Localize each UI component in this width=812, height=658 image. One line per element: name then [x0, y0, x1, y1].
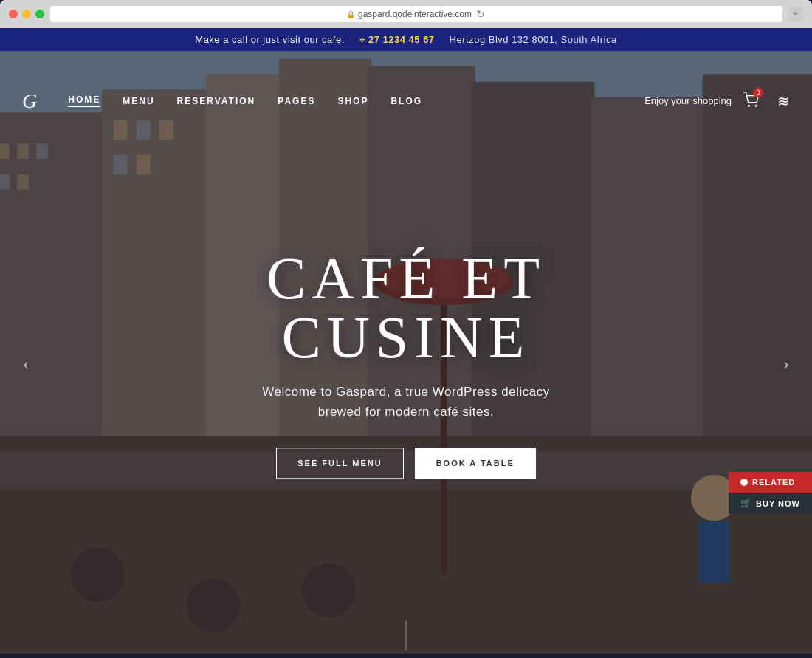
address-bar[interactable]: 🔒 gaspard.qodeinteractive.com ↻ [50, 6, 782, 22]
cart-count: 0 [753, 87, 763, 97]
side-panel: RELATED 🛒 BUY NOW [729, 472, 812, 514]
new-tab-button[interactable]: + [788, 7, 803, 21]
enjoy-shopping-text: Enjoy your shopping [644, 95, 732, 106]
call-text: Make a call or just visit our cafe: [195, 34, 344, 45]
nav-item-shop[interactable]: SHOP [337, 96, 368, 106]
traffic-lights [9, 10, 44, 18]
site-logo[interactable]: G [22, 89, 38, 113]
related-dot-icon [740, 479, 748, 486]
main-navigation: G HOME MENU RESERVATION PAGES SHOP BLOG … [0, 77, 812, 125]
url-text: gaspard.qodeinteractive.com [358, 9, 472, 19]
book-a-table-button[interactable]: BOOK A TABLE [415, 448, 536, 479]
related-label: RELATED [752, 478, 795, 487]
hero-title: CAFÉ ET CUSINE [148, 249, 664, 367]
top-info-bar: Make a call or just visit our cafe: + 27… [0, 28, 812, 51]
nav-links: HOME MENU RESERVATION PAGES SHOP BLOG [68, 95, 644, 107]
svg-point-33 [755, 105, 757, 106]
address-text: Hertzog Blvd 132 8001, South Africa [450, 34, 617, 45]
cart-button[interactable]: 0 [743, 92, 759, 110]
nav-item-blog[interactable]: BLOG [390, 96, 422, 106]
browser-titlebar: 🔒 gaspard.qodeinteractive.com ↻ + [0, 0, 812, 28]
scroll-indicator [406, 621, 407, 651]
reload-button[interactable]: ↻ [475, 8, 486, 20]
svg-point-32 [748, 105, 749, 106]
hero-subtitle: Welcome to Gaspard, a true WordPress del… [148, 382, 664, 422]
close-button[interactable] [9, 10, 18, 18]
hero-section: G HOME MENU RESERVATION PAGES SHOP BLOG … [0, 51, 812, 654]
next-slide-button[interactable]: › [771, 349, 801, 379]
phone-number[interactable]: + 27 1234 45 67 [359, 34, 435, 45]
nav-item-home[interactable]: HOME [68, 95, 100, 107]
buy-now-button[interactable]: 🛒 BUY NOW [729, 493, 812, 514]
nav-item-pages[interactable]: PAGES [278, 96, 315, 106]
hero-content: CAFÉ ET CUSINE Welcome to Gaspard, a tru… [148, 249, 664, 479]
related-button[interactable]: RELATED [729, 472, 812, 493]
hero-buttons: SEE FULL MENU BOOK A TABLE [148, 448, 664, 479]
cart-small-icon: 🛒 [740, 498, 751, 508]
browser-chrome: 🔒 gaspard.qodeinteractive.com ↻ + [0, 0, 812, 28]
maximize-button[interactable] [35, 10, 44, 18]
lock-icon: 🔒 [346, 10, 355, 18]
hamburger-menu-icon[interactable]: ≋ [777, 92, 790, 110]
prev-slide-button[interactable]: ‹ [11, 349, 41, 379]
nav-item-menu[interactable]: MENU [123, 96, 154, 106]
nav-right-section: Enjoy your shopping 0 ≋ [644, 92, 790, 110]
see-full-menu-button[interactable]: SEE FULL MENU [276, 448, 403, 479]
website-content: Make a call or just visit our cafe: + 27… [0, 28, 812, 654]
minimize-button[interactable] [22, 10, 31, 18]
nav-item-reservation[interactable]: RESERVATION [177, 96, 256, 106]
buy-label: BUY NOW [756, 499, 800, 508]
